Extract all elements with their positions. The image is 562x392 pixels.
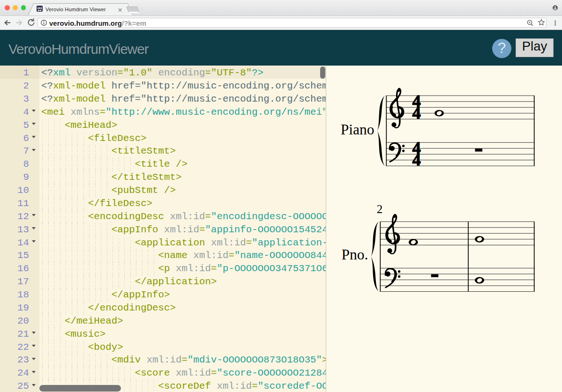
svg-text:2: 2 bbox=[377, 203, 383, 215]
svg-text:4: 4 bbox=[412, 103, 420, 122]
svg-text:Piano: Piano bbox=[341, 121, 375, 138]
svg-text:4: 4 bbox=[412, 150, 420, 169]
svg-text:Pno.: Pno. bbox=[342, 246, 368, 263]
